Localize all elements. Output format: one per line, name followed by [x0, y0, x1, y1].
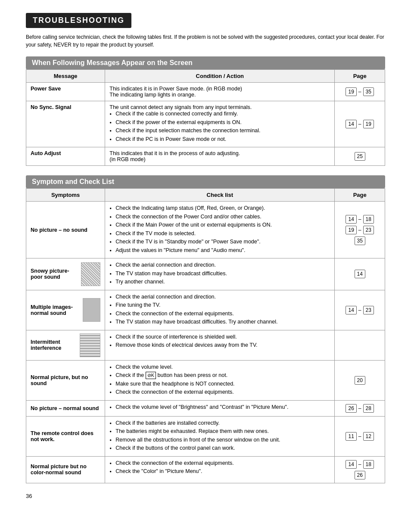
symptom-label: Normal picture but no color-normal sound: [26, 456, 105, 483]
messages-table: Message Condition / Action Page Power Sa…: [26, 69, 385, 166]
symptom-image-multiple: [83, 298, 100, 322]
page-box: 14: [355, 270, 365, 278]
check-item: Adjust the values in "Picture menu" and …: [109, 247, 330, 255]
symptom-text: Multiple images-normal sound: [31, 304, 76, 316]
symptom-with-image: Multiple images-normal sound: [31, 298, 100, 322]
page-reference: 19–35: [335, 83, 385, 101]
page-box: 18: [363, 460, 374, 469]
condition-line: This indicates that it is in the process…: [109, 150, 330, 156]
check-item: Check if the TV is in "Standby mode" or …: [109, 238, 330, 246]
page-dash: –: [358, 433, 361, 439]
symptom-image-snowy: [81, 262, 100, 286]
check-item: Check the volume level.: [109, 364, 330, 371]
message-label: Power Save: [26, 83, 105, 101]
page-box: 14: [346, 460, 356, 469]
col-header-page: Page: [335, 70, 385, 83]
condition-line: (in RGB mode): [109, 156, 330, 162]
page-box: 35: [355, 236, 365, 245]
check-item: Check if the buttons of the control pane…: [109, 445, 330, 452]
page-box: 23: [363, 306, 374, 314]
check-item: Remove all the obstructions in front of …: [109, 436, 330, 444]
mute-icon: ⊘K: [146, 372, 156, 379]
intro-text: Before calling service technician, check…: [26, 33, 385, 49]
symptom-label: Multiple images-normal sound: [26, 290, 105, 330]
check-list-cell: Check the volume level.Check if the ⊘K b…: [105, 360, 335, 400]
symptom-label: No picture – normal sound: [26, 400, 105, 416]
check-item: Check if the input selection matches the…: [109, 127, 330, 135]
check-item: Check if the source of interference is s…: [109, 333, 330, 341]
check-item: Check if the power of the external equip…: [109, 119, 330, 127]
check-item: Check if the TV mode is selected.: [109, 230, 330, 238]
symptom-label: Intermittent interference: [26, 330, 105, 360]
page-reference: 14–1819–2335: [335, 202, 385, 258]
check-item: Make sure that the headphone is NOT conn…: [109, 380, 330, 388]
symptom-label: No picture – no sound: [26, 202, 105, 258]
page-box: 14: [346, 306, 356, 314]
page-dash: –: [358, 216, 361, 222]
page-box: 19: [363, 120, 374, 128]
page-reference: 25: [335, 147, 385, 166]
page-box: 14: [346, 215, 356, 224]
check-item: Check if the PC is in Power Save mode or…: [109, 136, 330, 143]
check-item: Check the connection of the external equ…: [109, 460, 330, 467]
page-footer: 36: [26, 493, 385, 499]
page-box: 23: [363, 226, 374, 234]
check-item: The TV station may have broadcast diffic…: [109, 270, 330, 278]
col-header-checklist: Check list: [105, 189, 335, 202]
page-dash: –: [358, 121, 361, 127]
check-list-cell: Check if the batteries are installed cor…: [105, 416, 335, 456]
check-item: Check if the ⊘K button has been press or…: [109, 372, 330, 380]
page-reference: 14–19: [335, 101, 385, 147]
page-reference: 11–12: [335, 416, 385, 456]
check-item: Check the connection of the external equ…: [109, 310, 330, 318]
symptom-label: The remote control does not work.: [26, 416, 105, 456]
col-header-message: Message: [26, 70, 105, 83]
section1-header: When Following Messages Appear on the Sc…: [26, 56, 385, 69]
page-dash: –: [358, 227, 361, 233]
symptom-with-image: Intermittent interference: [31, 333, 100, 357]
check-list-cell: Check the Indicating lamp status (Off, R…: [105, 202, 335, 258]
check-item: Check if the Main Power of the unit or e…: [109, 221, 330, 229]
troubleshooting-header: TROUBLESHOOTING: [26, 13, 131, 28]
symptom-label: Snowy picture-poor sound: [26, 258, 105, 290]
page-box: 14: [346, 120, 356, 128]
page-box: 20: [355, 376, 365, 385]
condition-line: The indicating lamp lights in orange.: [109, 92, 330, 98]
page-dash: –: [358, 307, 361, 313]
check-item: Check the connection of the external equ…: [109, 389, 330, 396]
symptom-text: Snowy picture-poor sound: [31, 268, 74, 280]
check-item: Check the connection of the Power Cord a…: [109, 213, 330, 221]
symptom-text: Intermittent interference: [31, 339, 73, 351]
page-dash: –: [358, 89, 361, 95]
symptom-image-interference: [80, 333, 100, 357]
check-item: Fine tuning the TV.: [109, 302, 330, 309]
col-header-page2: Page: [335, 189, 385, 202]
col-header-condition: Condition / Action: [105, 70, 335, 83]
check-item: Check the Indicating lamp status (Off, R…: [109, 205, 330, 212]
page-box: 12: [363, 432, 374, 441]
condition-text: This indicates that it is in the process…: [105, 147, 335, 166]
page-box: 35: [363, 87, 374, 96]
condition-text: This indicates it is in Power Save mode.…: [105, 83, 335, 101]
page-box: 26: [346, 404, 356, 413]
page-reference: 14–1826: [335, 456, 385, 483]
page-box: 19: [346, 226, 356, 234]
page-reference: 26–28: [335, 400, 385, 416]
check-item: Check the volume level of "Brightness" a…: [109, 404, 330, 411]
check-item: Check the aerial connection and directio…: [109, 293, 330, 301]
check-item: Check the aerial connection and directio…: [109, 261, 330, 269]
page-box: 18: [363, 215, 374, 224]
check-list-cell: Check the volume level of "Brightness" a…: [105, 400, 335, 416]
page-dash: –: [358, 461, 361, 467]
check-item: Check if the batteries are installed cor…: [109, 420, 330, 427]
check-item: Check if the cable is connected correctl…: [109, 110, 330, 118]
page-dash: –: [358, 405, 361, 411]
page-reference: 20: [335, 360, 385, 400]
page-reference: 14–23: [335, 290, 385, 330]
page-reference: 14: [335, 258, 385, 290]
message-label: Auto Adjust: [26, 147, 105, 166]
condition-text: The unit cannot detect any signals from …: [105, 101, 335, 147]
page-reference: [335, 330, 385, 360]
check-item: Check the "Color" in "Picture Menu".: [109, 468, 330, 476]
check-list-cell: Check the aerial connection and directio…: [105, 258, 335, 290]
